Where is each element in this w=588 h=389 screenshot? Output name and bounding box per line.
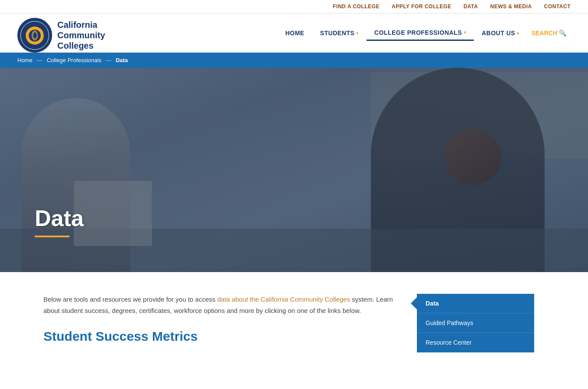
logo-text: California Community Colleges — [57, 20, 105, 51]
nav-item-home[interactable]: HOME — [277, 26, 312, 40]
search-label: SEARCH — [532, 30, 557, 37]
nav-label: STUDENTS — [320, 30, 354, 37]
hero-title: Data — [35, 205, 84, 231]
hero-overlay — [0, 68, 588, 272]
sidebar-item-label: Resource Center — [426, 339, 472, 346]
breadcrumb-separator: — — [106, 57, 111, 63]
sidebar-item-guided-pathways[interactable]: Guided Pathways — [417, 313, 534, 333]
breadcrumb-link-home[interactable]: Home — [17, 57, 33, 63]
logo-circle — [17, 18, 52, 53]
topbar-link-contact[interactable]: CONTACT — [544, 3, 571, 10]
intro-text: Below are tools and resources we provide… — [43, 294, 400, 316]
logo-line3: Colleges — [57, 40, 105, 51]
logo-line1: California — [57, 20, 105, 30]
topbar-link-data[interactable]: DATA — [463, 3, 478, 10]
sidebar-item-label: Data — [426, 300, 439, 307]
hero-section: Data — [0, 68, 588, 272]
nav-label: ABOUT US — [482, 30, 515, 37]
main-nav: HOMESTUDENTS▾COLLEGE PROFESSIONALS▾ABOUT… — [277, 26, 571, 45]
sidebar: DataGuided PathwaysResource Center — [417, 294, 534, 352]
main-content: Below are tools and resources we provide… — [43, 294, 400, 344]
sidebar-item-resource-center[interactable]: Resource Center — [417, 333, 534, 352]
chevron-down-icon: ▾ — [517, 31, 519, 36]
sidebar-item-label: Guided Pathways — [426, 319, 473, 326]
hero-content: Data — [35, 205, 84, 237]
breadcrumb-current: Data — [116, 57, 128, 63]
section-title: Student Success Metrics — [43, 329, 400, 344]
logo-line2: Community — [57, 30, 105, 40]
search-button[interactable]: SEARCH 🔍 — [527, 26, 571, 40]
nav-item-college-professionals[interactable]: COLLEGE PROFESSIONALS▾ — [367, 26, 474, 41]
nav-label: HOME — [285, 30, 304, 37]
logo-svg — [19, 19, 51, 52]
hero-underline — [35, 236, 69, 237]
breadcrumb: Home—College Professionals—Data — [0, 53, 588, 68]
search-icon: 🔍 — [559, 30, 566, 37]
top-bar: FIND A COLLEGEAPPLY FOR COLLEGEDATANEWS … — [0, 0, 588, 13]
logo-area: California Community Colleges — [17, 18, 105, 53]
topbar-link-apply-college[interactable]: APPLY FOR COLLEGE — [392, 3, 451, 10]
chevron-down-icon: ▾ — [464, 30, 466, 35]
sidebar-menu: DataGuided PathwaysResource Center — [417, 294, 534, 352]
chevron-down-icon: ▾ — [356, 31, 359, 36]
content-area: Below are tools and resources we provide… — [0, 272, 588, 374]
highlight-text: data about the California Community Coll… — [217, 296, 350, 303]
topbar-link-news-media[interactable]: NEWS & MEDIA — [490, 3, 532, 10]
nav-item-about-us[interactable]: ABOUT US▾ — [474, 26, 527, 40]
breadcrumb-link-college-professionals[interactable]: College Professionals — [47, 57, 102, 63]
topbar-link-find-college[interactable]: FIND A COLLEGE — [333, 3, 380, 10]
nav-label: COLLEGE PROFESSIONALS — [374, 29, 462, 36]
sidebar-item-data[interactable]: Data — [417, 294, 534, 313]
nav-item-students[interactable]: STUDENTS▾ — [312, 26, 367, 40]
breadcrumb-separator: — — [37, 57, 43, 63]
header: California Community Colleges HOMESTUDEN… — [0, 13, 588, 53]
sidebar-active-arrow — [411, 297, 417, 309]
